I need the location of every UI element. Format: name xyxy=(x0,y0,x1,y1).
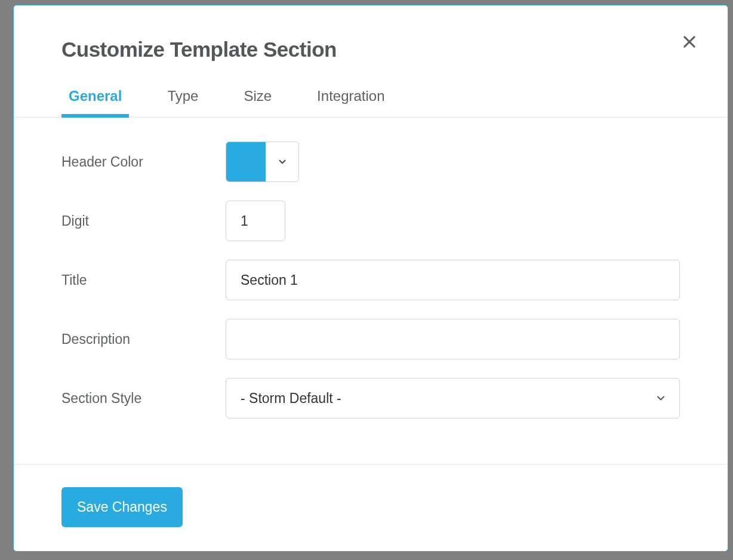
modal-title: Customize Template Section xyxy=(61,38,680,61)
header-color-label: Header Color xyxy=(61,154,226,170)
row-description: Description xyxy=(61,319,680,359)
chevron-down-icon xyxy=(266,142,298,181)
title-input[interactable] xyxy=(226,260,680,300)
modal-header: Customize Template Section xyxy=(14,5,728,61)
row-section-style: Section Style - Storm Default - xyxy=(61,378,680,419)
description-label: Description xyxy=(61,331,226,347)
description-input[interactable] xyxy=(226,319,680,359)
color-swatch xyxy=(226,142,266,181)
customize-template-section-modal: Customize Template Section General Type … xyxy=(13,5,728,552)
row-digit: Digit xyxy=(61,201,680,241)
row-header-color: Header Color xyxy=(61,141,680,182)
section-style-label: Section Style xyxy=(61,390,226,407)
modal-footer: Save Changes xyxy=(14,464,728,551)
section-style-select[interactable]: - Storm Default - xyxy=(226,378,680,419)
digit-label: Digit xyxy=(61,213,226,229)
tab-integration[interactable]: Integration xyxy=(310,88,392,118)
close-icon xyxy=(681,33,698,52)
modal-body: Header Color Digit Title xyxy=(14,118,728,464)
tab-size[interactable]: Size xyxy=(236,88,279,118)
tab-general[interactable]: General xyxy=(61,88,129,118)
digit-input[interactable] xyxy=(226,201,285,241)
tab-bar: General Type Size Integration xyxy=(14,61,728,118)
close-button[interactable] xyxy=(677,30,701,54)
tab-type[interactable]: Type xyxy=(160,88,205,118)
save-changes-button[interactable]: Save Changes xyxy=(61,487,183,527)
row-title: Title xyxy=(61,260,680,300)
title-label: Title xyxy=(61,272,226,288)
header-color-picker[interactable] xyxy=(226,141,299,182)
